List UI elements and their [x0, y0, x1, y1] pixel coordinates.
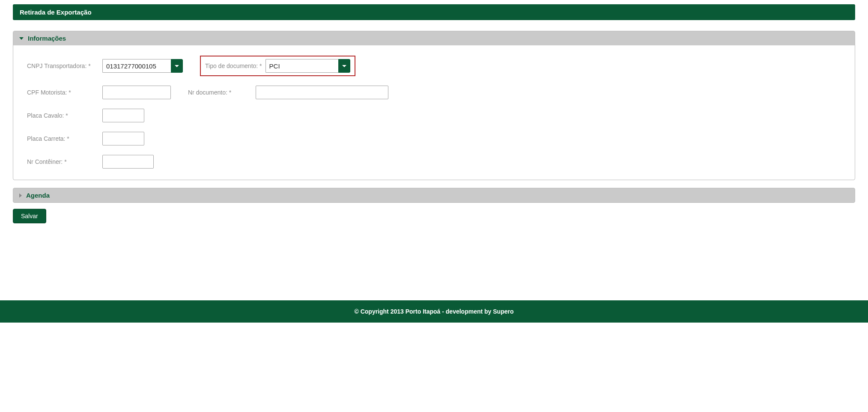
panel-informacoes-header[interactable]: Informações: [13, 31, 855, 45]
tipo-documento-dropdown-button[interactable]: [338, 59, 350, 73]
footer-copyright: © Copyright 2013 Porto Itapoá - developm…: [0, 300, 868, 323]
placa-cavalo-input[interactable]: [102, 109, 144, 122]
panel-informacoes: Informações CNPJ Transportadora: * Tipo …: [13, 31, 855, 180]
nr-conteiner-input[interactable]: [102, 155, 154, 169]
tipo-documento-highlight: Tipo de documento: *: [200, 56, 355, 76]
nr-documento-input[interactable]: [256, 86, 388, 99]
cpf-motorista-label: CPF Motorista: *: [27, 89, 99, 96]
nr-documento-label: Nr documento: *: [188, 89, 252, 96]
cnpj-dropdown-button[interactable]: [171, 59, 183, 73]
placa-carreta-input[interactable]: [102, 132, 144, 145]
panel-agenda-header[interactable]: Agenda: [13, 188, 855, 202]
chevron-down-icon: [175, 65, 179, 67]
nr-conteiner-label: Nr Contêiner: *: [27, 158, 99, 165]
chevron-down-icon: [342, 65, 346, 67]
panel-agenda-title: Agenda: [26, 192, 50, 199]
tipo-documento-combo: [265, 59, 350, 73]
tipo-documento-input[interactable]: [265, 59, 338, 73]
tipo-documento-label: Tipo de documento: *: [205, 62, 262, 69]
salvar-button[interactable]: Salvar: [13, 209, 46, 223]
cnpj-combo: [102, 59, 183, 73]
cnpj-label: CNPJ Transportadora: *: [27, 62, 99, 69]
placa-carreta-label: Placa Carreta: *: [27, 135, 99, 142]
panel-informacoes-body: CNPJ Transportadora: * Tipo de documento…: [13, 45, 855, 180]
page-title: Retirada de Exportação: [13, 4, 855, 20]
cnpj-input[interactable]: [102, 59, 171, 73]
panel-informacoes-title: Informações: [28, 35, 66, 42]
chevron-right-icon: [19, 193, 22, 198]
panel-agenda: Agenda: [13, 188, 855, 203]
cpf-motorista-input[interactable]: [102, 86, 171, 99]
chevron-down-icon: [19, 37, 24, 40]
placa-cavalo-label: Placa Cavalo: *: [27, 112, 99, 119]
